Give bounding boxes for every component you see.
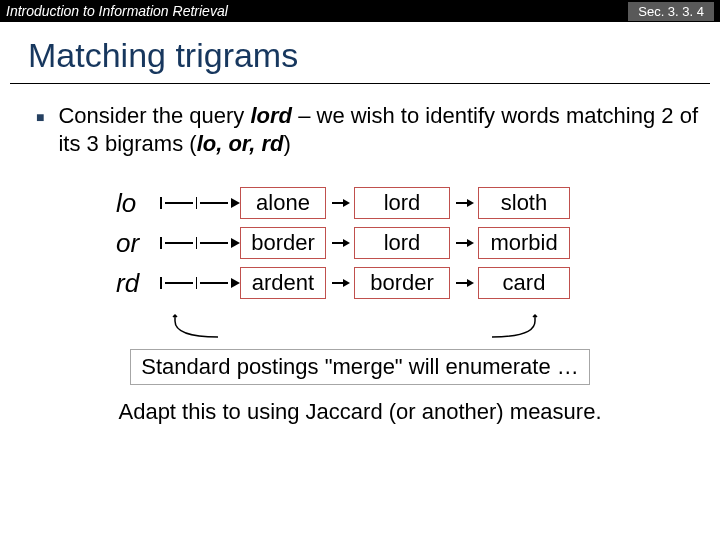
bigram-label: or xyxy=(116,228,160,259)
merge-box: Standard postings "merge" will enumerate… xyxy=(130,349,590,385)
arrow-icon xyxy=(332,239,350,247)
merge-arrows xyxy=(0,313,720,349)
posting-cell: ardent xyxy=(240,267,326,299)
posting-row: rd ardent border card xyxy=(0,267,720,299)
posting-cell: border xyxy=(240,227,326,259)
arrow-icon xyxy=(160,282,240,284)
posting-row: lo alone lord sloth xyxy=(0,187,720,219)
bullet-icon: ■ xyxy=(36,109,44,127)
header-right: Sec. 3. 3. 4 xyxy=(628,2,714,21)
slide-title: Matching trigrams xyxy=(28,36,720,75)
arrow-icon xyxy=(456,279,474,287)
bullet-text: Consider the query lord – we wish to ide… xyxy=(58,102,700,157)
bullet-bigrams: lo, or, rd xyxy=(197,131,284,156)
bullet-paragraph: ■ Consider the query lord – we wish to i… xyxy=(36,102,700,157)
header-bar: Introduction to Information Retrieval Se… xyxy=(0,0,720,22)
posting-cell: lord xyxy=(354,187,450,219)
posting-cell: morbid xyxy=(478,227,570,259)
arrow-icon xyxy=(456,239,474,247)
arrow-up-icon xyxy=(490,313,540,341)
arrow-icon xyxy=(332,279,350,287)
arrow-icon xyxy=(332,199,350,207)
bullet-query: lord xyxy=(250,103,292,128)
arrow-icon xyxy=(456,199,474,207)
posting-cell: alone xyxy=(240,187,326,219)
title-rule xyxy=(10,83,710,84)
posting-cell: lord xyxy=(354,227,450,259)
bullet-pre: Consider the query xyxy=(58,103,250,128)
arrow-icon xyxy=(160,242,240,244)
posting-row: or border lord morbid xyxy=(0,227,720,259)
arrow-up-icon xyxy=(170,313,220,341)
bigram-label: lo xyxy=(116,188,160,219)
bigram-label: rd xyxy=(116,268,160,299)
bullet-post: ) xyxy=(283,131,290,156)
trigram-diagram: lo alone lord sloth or border lord morbi… xyxy=(0,187,720,299)
posting-cell: card xyxy=(478,267,570,299)
posting-cell: sloth xyxy=(478,187,570,219)
posting-cell: border xyxy=(354,267,450,299)
adapt-text: Adapt this to using Jaccard (or another)… xyxy=(0,399,720,425)
header-left: Introduction to Information Retrieval xyxy=(6,3,228,19)
arrow-icon xyxy=(160,202,240,204)
